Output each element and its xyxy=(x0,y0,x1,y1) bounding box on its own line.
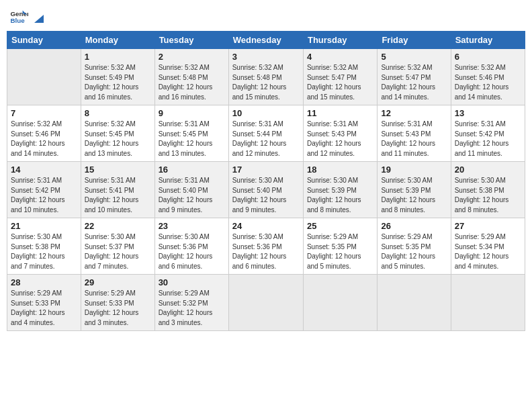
col-header-thursday: Thursday xyxy=(303,32,377,49)
calendar-cell: 30Sunrise: 5:29 AM Sunset: 5:32 PM Dayli… xyxy=(154,275,228,331)
day-number: 3 xyxy=(232,52,300,62)
calendar-cell: 18Sunrise: 5:30 AM Sunset: 5:39 PM Dayli… xyxy=(303,162,377,218)
day-number: 7 xyxy=(11,108,77,118)
day-number: 11 xyxy=(307,108,373,118)
calendar-cell xyxy=(303,275,377,331)
day-number: 5 xyxy=(381,52,447,62)
calendar-cell xyxy=(378,275,451,331)
day-info: Sunrise: 5:30 AM Sunset: 5:36 PM Dayligh… xyxy=(159,232,225,271)
day-number: 20 xyxy=(455,165,521,175)
day-info: Sunrise: 5:32 AM Sunset: 5:47 PM Dayligh… xyxy=(381,63,447,102)
day-info: Sunrise: 5:32 AM Sunset: 5:48 PM Dayligh… xyxy=(159,63,225,102)
calendar-week-row: 7Sunrise: 5:32 AM Sunset: 5:46 PM Daylig… xyxy=(7,105,525,162)
col-header-sunday: Sunday xyxy=(7,32,81,49)
day-info: Sunrise: 5:32 AM Sunset: 5:45 PM Dayligh… xyxy=(85,120,151,158)
day-info: Sunrise: 5:30 AM Sunset: 5:37 PM Dayligh… xyxy=(85,232,151,271)
calendar-cell: 29Sunrise: 5:29 AM Sunset: 5:33 PM Dayli… xyxy=(81,275,154,331)
day-info: Sunrise: 5:29 AM Sunset: 5:33 PM Dayligh… xyxy=(85,289,151,328)
calendar-cell xyxy=(7,49,81,105)
day-info: Sunrise: 5:30 AM Sunset: 5:38 PM Dayligh… xyxy=(455,176,521,215)
day-info: Sunrise: 5:29 AM Sunset: 5:33 PM Dayligh… xyxy=(11,289,77,328)
day-number: 15 xyxy=(85,165,151,175)
day-info: Sunrise: 5:29 AM Sunset: 5:35 PM Dayligh… xyxy=(307,232,373,271)
calendar-cell: 2Sunrise: 5:32 AM Sunset: 5:48 PM Daylig… xyxy=(154,49,228,105)
calendar-cell: 6Sunrise: 5:32 AM Sunset: 5:46 PM Daylig… xyxy=(451,49,525,105)
day-number: 23 xyxy=(159,221,225,231)
page-header: General Blue xyxy=(7,7,525,26)
calendar-cell: 23Sunrise: 5:30 AM Sunset: 5:36 PM Dayli… xyxy=(154,218,228,275)
day-info: Sunrise: 5:30 AM Sunset: 5:38 PM Dayligh… xyxy=(11,232,77,271)
calendar-table: SundayMondayTuesdayWednesdayThursdayFrid… xyxy=(7,31,525,331)
logo-icon: General Blue xyxy=(9,7,28,26)
day-number: 29 xyxy=(85,277,151,287)
day-number: 10 xyxy=(232,108,300,118)
day-info: Sunrise: 5:30 AM Sunset: 5:39 PM Dayligh… xyxy=(381,176,447,215)
calendar-cell: 3Sunrise: 5:32 AM Sunset: 5:48 PM Daylig… xyxy=(228,49,303,105)
day-info: Sunrise: 5:29 AM Sunset: 5:35 PM Dayligh… xyxy=(381,232,447,271)
calendar-cell xyxy=(451,275,525,331)
col-header-friday: Friday xyxy=(378,32,451,49)
day-info: Sunrise: 5:31 AM Sunset: 5:43 PM Dayligh… xyxy=(307,120,373,158)
day-info: Sunrise: 5:29 AM Sunset: 5:32 PM Dayligh… xyxy=(159,289,225,328)
day-info: Sunrise: 5:31 AM Sunset: 5:42 PM Dayligh… xyxy=(11,176,77,215)
calendar-cell: 28Sunrise: 5:29 AM Sunset: 5:33 PM Dayli… xyxy=(7,275,81,331)
calendar-cell: 19Sunrise: 5:30 AM Sunset: 5:39 PM Dayli… xyxy=(378,162,451,218)
col-header-wednesday: Wednesday xyxy=(228,32,303,49)
calendar-cell: 26Sunrise: 5:29 AM Sunset: 5:35 PM Dayli… xyxy=(378,218,451,275)
day-info: Sunrise: 5:31 AM Sunset: 5:42 PM Dayligh… xyxy=(455,120,521,158)
calendar-cell: 1Sunrise: 5:32 AM Sunset: 5:49 PM Daylig… xyxy=(81,49,154,105)
calendar-cell: 21Sunrise: 5:30 AM Sunset: 5:38 PM Dayli… xyxy=(7,218,81,275)
calendar-cell: 27Sunrise: 5:29 AM Sunset: 5:34 PM Dayli… xyxy=(451,218,525,275)
svg-marker-3 xyxy=(34,15,44,23)
day-number: 26 xyxy=(381,221,447,231)
calendar-cell: 15Sunrise: 5:31 AM Sunset: 5:41 PM Dayli… xyxy=(81,162,154,218)
day-number: 25 xyxy=(307,221,373,231)
day-info: Sunrise: 5:31 AM Sunset: 5:44 PM Dayligh… xyxy=(232,120,300,158)
day-info: Sunrise: 5:31 AM Sunset: 5:41 PM Dayligh… xyxy=(85,176,151,215)
col-header-saturday: Saturday xyxy=(451,32,525,49)
day-number: 13 xyxy=(455,108,521,118)
day-number: 30 xyxy=(159,277,225,287)
day-info: Sunrise: 5:31 AM Sunset: 5:40 PM Dayligh… xyxy=(159,176,225,215)
calendar-week-row: 21Sunrise: 5:30 AM Sunset: 5:38 PM Dayli… xyxy=(7,218,525,275)
day-info: Sunrise: 5:30 AM Sunset: 5:36 PM Dayligh… xyxy=(232,232,300,271)
day-info: Sunrise: 5:31 AM Sunset: 5:45 PM Dayligh… xyxy=(159,120,225,158)
calendar-cell: 11Sunrise: 5:31 AM Sunset: 5:43 PM Dayli… xyxy=(303,105,377,162)
logo-triangle-icon xyxy=(32,11,46,26)
col-header-tuesday: Tuesday xyxy=(154,32,228,49)
day-info: Sunrise: 5:32 AM Sunset: 5:48 PM Dayligh… xyxy=(232,63,300,102)
day-info: Sunrise: 5:30 AM Sunset: 5:40 PM Dayligh… xyxy=(232,176,300,215)
calendar-cell: 7Sunrise: 5:32 AM Sunset: 5:46 PM Daylig… xyxy=(7,105,81,162)
day-number: 28 xyxy=(11,277,77,287)
day-number: 4 xyxy=(307,52,373,62)
calendar-cell: 20Sunrise: 5:30 AM Sunset: 5:38 PM Dayli… xyxy=(451,162,525,218)
day-number: 22 xyxy=(85,221,151,231)
calendar-cell: 13Sunrise: 5:31 AM Sunset: 5:42 PM Dayli… xyxy=(451,105,525,162)
day-number: 18 xyxy=(307,165,373,175)
day-number: 8 xyxy=(85,108,151,118)
svg-text:Blue: Blue xyxy=(10,17,25,24)
day-info: Sunrise: 5:32 AM Sunset: 5:49 PM Dayligh… xyxy=(85,63,151,102)
day-number: 2 xyxy=(159,52,225,62)
day-number: 17 xyxy=(232,165,300,175)
day-info: Sunrise: 5:30 AM Sunset: 5:39 PM Dayligh… xyxy=(307,176,373,215)
day-number: 21 xyxy=(11,221,77,231)
calendar-header-row: SundayMondayTuesdayWednesdayThursdayFrid… xyxy=(7,32,525,49)
calendar-cell: 16Sunrise: 5:31 AM Sunset: 5:40 PM Dayli… xyxy=(154,162,228,218)
calendar-week-row: 1Sunrise: 5:32 AM Sunset: 5:49 PM Daylig… xyxy=(7,49,525,105)
calendar-cell: 9Sunrise: 5:31 AM Sunset: 5:45 PM Daylig… xyxy=(154,105,228,162)
day-number: 14 xyxy=(11,165,77,175)
calendar-cell: 4Sunrise: 5:32 AM Sunset: 5:47 PM Daylig… xyxy=(303,49,377,105)
day-number: 9 xyxy=(159,108,225,118)
calendar-cell xyxy=(228,275,303,331)
calendar-week-row: 14Sunrise: 5:31 AM Sunset: 5:42 PM Dayli… xyxy=(7,162,525,218)
day-info: Sunrise: 5:29 AM Sunset: 5:34 PM Dayligh… xyxy=(455,232,521,271)
day-info: Sunrise: 5:31 AM Sunset: 5:43 PM Dayligh… xyxy=(381,120,447,158)
day-number: 27 xyxy=(455,221,521,231)
calendar-cell: 24Sunrise: 5:30 AM Sunset: 5:36 PM Dayli… xyxy=(228,218,303,275)
calendar-cell: 22Sunrise: 5:30 AM Sunset: 5:37 PM Dayli… xyxy=(81,218,154,275)
day-info: Sunrise: 5:32 AM Sunset: 5:46 PM Dayligh… xyxy=(455,63,521,102)
calendar-cell: 5Sunrise: 5:32 AM Sunset: 5:47 PM Daylig… xyxy=(378,49,451,105)
calendar-cell: 14Sunrise: 5:31 AM Sunset: 5:42 PM Dayli… xyxy=(7,162,81,218)
day-number: 19 xyxy=(381,165,447,175)
